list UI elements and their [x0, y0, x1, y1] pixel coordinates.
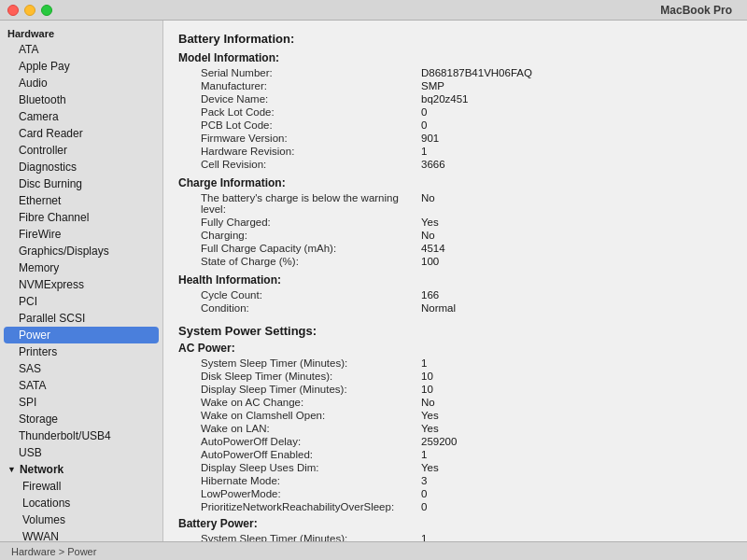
field-label: Display Sleep Timer (Minutes):	[178, 383, 421, 396]
model-info-header: Model Information:	[178, 51, 732, 64]
sidebar-item-audio[interactable]: Audio	[0, 75, 162, 91]
sidebar-item-nvmexpress[interactable]: NVMExpress	[0, 276, 162, 293]
field-value: Yes	[421, 461, 732, 474]
sidebar-item-sata[interactable]: SATA	[0, 377, 162, 394]
field-label: The battery's charge is below the warnin…	[178, 191, 421, 216]
table-row: State of Charge (%): 100	[178, 255, 732, 268]
field-label: System Sleep Timer (Minutes):	[178, 357, 421, 370]
field-value: bq20z451	[421, 92, 732, 105]
table-row: Disk Sleep Timer (Minutes): 10	[178, 370, 732, 383]
sidebar-item-volumes[interactable]: Volumes	[0, 511, 162, 528]
table-row: Fully Charged: Yes	[178, 216, 732, 229]
sidebar-item-firewall[interactable]: Firewall	[0, 478, 162, 495]
sidebar-item-diagnostics[interactable]: Diagnostics	[0, 159, 162, 175]
sidebar-item-usb[interactable]: USB	[0, 444, 162, 461]
table-row: Device Name: bq20z451	[178, 92, 732, 105]
field-value: 1	[421, 357, 732, 370]
sidebar-item-sas[interactable]: SAS	[0, 360, 162, 377]
field-value: 0	[421, 487, 732, 500]
charge-info-table: The battery's charge is below the warnin…	[178, 191, 732, 268]
field-label: PrioritizeNetworkReachabilityOverSleep:	[178, 500, 421, 513]
sidebar-item-fibre-channel[interactable]: Fibre Channel	[0, 209, 162, 226]
health-info-table: Cycle Count: 166 Condition: Normal	[178, 288, 732, 315]
sidebar-item-ata[interactable]: ATA	[0, 41, 162, 58]
sidebar-item-bluetooth[interactable]: Bluetooth	[0, 91, 162, 108]
close-button[interactable]	[7, 5, 19, 16]
field-label: Serial Number:	[178, 66, 421, 79]
sidebar-item-camera[interactable]: Camera	[0, 108, 162, 125]
sidebar-item-card-reader[interactable]: Card Reader	[0, 125, 162, 142]
table-row: Wake on Clamshell Open: Yes	[178, 409, 732, 422]
table-row: AutoPowerOff Delay: 259200	[178, 435, 732, 448]
window-controls	[7, 5, 52, 16]
sidebar-section-network-toggle[interactable]: ▼ Network	[0, 461, 162, 478]
main-layout: Hardware ATA Apple Pay Audio Bluetooth C…	[0, 21, 747, 560]
sidebar-section-hardware: Hardware	[0, 24, 162, 41]
table-row: LowPowerMode: 0	[178, 487, 732, 500]
sidebar-item-ethernet[interactable]: Ethernet	[0, 192, 162, 209]
field-value: 3666	[421, 158, 732, 171]
field-label: Charging:	[178, 229, 421, 242]
sidebar-item-power[interactable]: Power	[4, 327, 159, 343]
field-value: 259200	[421, 435, 732, 448]
sidebar-item-spi[interactable]: SPI	[0, 394, 162, 411]
field-value: D868187B41VH06FAQ	[421, 66, 732, 79]
field-label: Condition:	[178, 301, 421, 315]
field-label: Device Name:	[178, 92, 421, 105]
sidebar-item-memory[interactable]: Memory	[0, 259, 162, 276]
table-row: Manufacturer: SMP	[178, 79, 732, 92]
sidebar-item-apple-pay[interactable]: Apple Pay	[0, 58, 162, 75]
content-area: Battery Information: Model Information: …	[163, 21, 747, 560]
field-label: Wake on Clamshell Open:	[178, 409, 421, 422]
sidebar-item-disc-burning[interactable]: Disc Burning	[0, 175, 162, 192]
window-title: MacBook Pro	[660, 4, 732, 17]
sidebar-item-locations[interactable]: Locations	[0, 495, 162, 511]
sidebar-item-controller[interactable]: Controller	[0, 142, 162, 159]
field-value: 166	[421, 288, 732, 301]
table-row: Display Sleep Uses Dim: Yes	[178, 461, 732, 474]
field-value: Yes	[421, 422, 732, 435]
minimize-button[interactable]	[24, 5, 35, 16]
field-value: No	[421, 396, 732, 409]
sidebar-item-pci[interactable]: PCI	[0, 293, 162, 310]
table-row: Firmware Version: 901	[178, 132, 732, 145]
field-value: Yes	[421, 216, 732, 229]
field-label: Cycle Count:	[178, 288, 421, 301]
health-info-header: Health Information:	[178, 273, 732, 287]
sidebar-item-parallel-scsi[interactable]: Parallel SCSI	[0, 310, 162, 327]
field-label: AutoPowerOff Delay:	[178, 435, 421, 448]
field-label: Wake on LAN:	[178, 422, 421, 435]
table-row: AutoPowerOff Enabled: 1	[178, 448, 732, 461]
field-label: Cell Revision:	[178, 158, 421, 171]
field-value: Normal	[421, 301, 732, 315]
field-label: LowPowerMode:	[178, 487, 421, 500]
sidebar-item-printers[interactable]: Printers	[0, 343, 162, 360]
field-label: AutoPowerOff Enabled:	[178, 448, 421, 461]
field-value: 10	[421, 383, 732, 396]
field-value: 0	[421, 500, 732, 513]
maximize-button[interactable]	[41, 5, 52, 16]
field-value: 1	[421, 145, 732, 158]
field-value: 10	[421, 370, 732, 383]
sidebar-item-firewire[interactable]: FireWire	[0, 226, 162, 243]
table-row: Hibernate Mode: 3	[178, 474, 732, 487]
table-row: Wake on AC Change: No	[178, 396, 732, 409]
sidebar-item-graphics-displays[interactable]: Graphics/Displays	[0, 243, 162, 259]
table-row: Pack Lot Code: 0	[178, 105, 732, 119]
field-label: Firmware Version:	[178, 132, 421, 145]
title-bar: MacBook Pro	[0, 0, 747, 21]
table-row: PCB Lot Code: 0	[178, 119, 732, 132]
sidebar-item-thunderbolt-usb4[interactable]: Thunderbolt/USB4	[0, 427, 162, 444]
sidebar: Hardware ATA Apple Pay Audio Bluetooth C…	[0, 21, 163, 560]
battery-power-header: Battery Power:	[178, 517, 732, 530]
sidebar-item-storage[interactable]: Storage	[0, 411, 162, 427]
field-label: Hibernate Mode:	[178, 474, 421, 487]
field-label: Disk Sleep Timer (Minutes):	[178, 370, 421, 383]
field-label: State of Charge (%):	[178, 255, 421, 268]
battery-info-title: Battery Information:	[178, 32, 732, 46]
breadcrumb: Hardware > Power	[11, 546, 96, 557]
table-row: Cell Revision: 3666	[178, 158, 732, 171]
table-row: PrioritizeNetworkReachabilityOverSleep: …	[178, 500, 732, 513]
field-label: Wake on AC Change:	[178, 396, 421, 409]
field-value: No	[421, 191, 732, 216]
